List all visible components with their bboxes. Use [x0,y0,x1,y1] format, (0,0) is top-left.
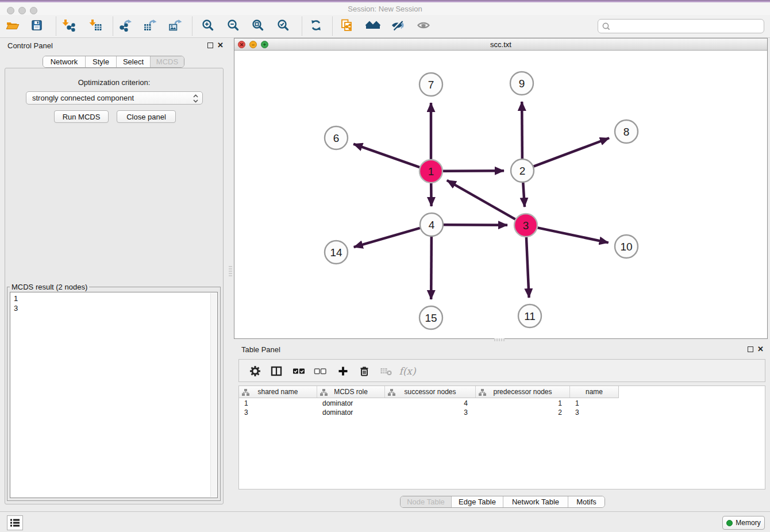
column-header-successor-nodes[interactable]: successor nodes [385,386,476,398]
main-toolbar [0,15,770,38]
tab-style[interactable]: Style [86,56,117,67]
control-panel: Control Panel ✕ NetworkStyleSelectMCDS O… [0,38,227,511]
graph-node-7[interactable]: 7 [419,73,442,96]
result-line: 1 [10,292,217,303]
table-row[interactable]: 3dominator323 [239,408,765,417]
zoom-fit-button[interactable] [248,16,268,35]
result-scrollbar[interactable] [210,293,217,497]
graph-edge-1-2[interactable] [443,171,504,171]
graph-edge-3-10[interactable] [538,228,609,242]
criterion-dropdown[interactable]: strongly connected component [26,91,203,105]
table-cell-name[interactable]: 1 [570,399,618,408]
close-table-panel-icon[interactable]: ✕ [757,345,764,354]
select-all-button[interactable] [290,363,307,380]
table-cell-name[interactable]: 3 [570,408,618,417]
table-cell-mcds-role[interactable]: dominator [317,408,385,417]
column-header-name[interactable]: name [570,386,618,398]
graph-node-2[interactable]: 2 [511,159,534,182]
graph-node-10[interactable]: 10 [615,235,638,258]
export-table-button[interactable] [140,16,160,35]
zoom-out-button[interactable] [224,16,243,35]
graph-edge-1-6[interactable] [353,144,419,167]
zoom-fit-icon [252,19,264,32]
open-session-button[interactable] [3,16,22,35]
graph-node-11[interactable]: 11 [518,304,541,327]
network-canvas[interactable]: 7968124314101511 [234,51,767,338]
zoom-selected-button[interactable] [274,16,293,35]
application-window: Session: New Session [0,0,770,532]
graph-node-14[interactable]: 14 [325,241,348,264]
graph-node-1[interactable]: 1 [419,160,442,183]
table-cell-successor-nodes[interactable]: 4 [385,399,476,408]
tab-select[interactable]: Select [117,56,151,67]
table-tabs: Node TableEdge TableNetwork TableMotifs [400,496,605,508]
column-header-mcds-role[interactable]: MCDS role [317,386,385,398]
memory-button[interactable]: Memory [722,516,765,530]
add-row-button[interactable] [334,363,352,380]
mcds-result-textarea[interactable]: 13 [10,292,218,498]
function-builder-button[interactable]: f(x) [399,363,416,380]
close-panel-button[interactable]: Close panel [117,110,176,123]
toolbar-separator [332,17,333,36]
preview-button[interactable] [414,16,433,35]
table-cell-mcds-role[interactable]: dominator [317,399,385,408]
tab-motifs[interactable]: Motifs [568,496,605,507]
save-icon [30,19,43,32]
first-neighbors-button[interactable] [363,16,383,35]
run-mcds-button[interactable]: Run MCDS [54,110,109,123]
export-network-button[interactable] [116,16,135,35]
tab-edge-table[interactable]: Edge Table [452,496,503,507]
table-cell-predecessor-nodes[interactable]: 1 [476,399,570,408]
graph-node-3[interactable]: 3 [514,214,537,237]
graph-edge-3-1[interactable] [447,180,515,219]
save-session-button[interactable] [27,16,47,35]
vertical-splitter-grip[interactable] [229,266,232,276]
column-settings-button[interactable] [247,363,264,380]
table-cell-predecessor-nodes[interactable]: 2 [476,408,570,417]
column-header-shared-name[interactable]: shared name [239,386,317,398]
graph-edge-2-8[interactable] [534,138,609,166]
deselect-all-button[interactable] [311,363,329,380]
delete-table-button[interactable] [378,363,395,380]
graph-node-8[interactable]: 8 [615,120,638,143]
table-cell-successor-nodes[interactable]: 3 [385,408,476,417]
column-header-predecessor-nodes[interactable]: predecessor nodes [476,386,570,398]
zoom-in-button[interactable] [198,16,218,35]
refresh-button[interactable] [306,16,326,35]
network-window-titlebar[interactable]: ✕ − + scc.txt [234,38,767,51]
graph-edge-2-3[interactable] [523,183,525,207]
clone-network-button[interactable] [337,16,357,35]
tab-mcds[interactable]: MCDS [151,56,184,67]
float-table-panel-icon[interactable] [748,346,753,352]
show-columns-button[interactable] [268,363,285,380]
graph-edge-4-3[interactable] [444,225,507,225]
graph-edge-4-14[interactable] [354,228,420,247]
graph-edge-4-15[interactable] [431,237,432,299]
graph-node-9[interactable]: 9 [510,72,533,95]
horizontal-splitter-grip[interactable] [494,338,505,341]
tab-network-table[interactable]: Network Table [503,496,568,507]
table-cell-shared-name[interactable]: 1 [239,399,317,408]
import-network-button[interactable] [59,16,78,35]
export-image-button[interactable] [165,16,185,35]
show-hide-button[interactable] [388,16,407,35]
graph-node-6[interactable]: 6 [325,126,348,149]
graph-edge-2-9[interactable] [522,102,522,159]
graph-node-4[interactable]: 4 [420,213,443,236]
tab-network[interactable]: Network [43,56,86,67]
graph-edge-3-11[interactable] [526,237,529,298]
task-history-button[interactable] [7,515,23,530]
table-cell-shared-name[interactable]: 3 [239,408,317,417]
delete-row-button[interactable] [356,363,373,380]
import-table-button[interactable] [86,16,105,35]
search-input[interactable] [611,21,764,32]
eye-slash-icon [391,19,405,32]
table-row[interactable]: 1dominator411 [239,399,765,408]
close-panel-icon[interactable]: ✕ [217,41,224,50]
columns-icon [271,365,282,377]
window-title: Session: New Session [0,5,770,13]
float-panel-icon[interactable] [207,43,213,48]
tab-node-table[interactable]: Node Table [401,496,452,507]
control-panel-tabs: NetworkStyleSelectMCDS [43,56,184,68]
graph-node-15[interactable]: 15 [419,306,442,329]
